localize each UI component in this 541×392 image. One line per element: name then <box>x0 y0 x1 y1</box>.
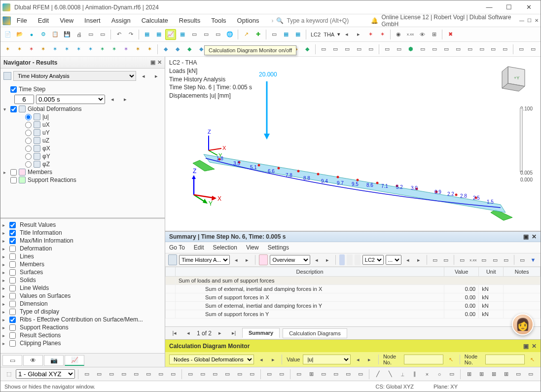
table-row[interactable]: Sum of external, inertial and damping fo… <box>166 302 541 310</box>
save-icon[interactable]: 💾 <box>62 29 72 40</box>
b13[interactable]: ▭ <box>234 369 245 380</box>
t2-33[interactable]: ▭ <box>394 44 404 55</box>
t2-39[interactable]: ▭ <box>465 44 475 55</box>
menu-edit[interactable]: Edit <box>33 15 54 26</box>
diag-node-input1[interactable] <box>404 355 443 364</box>
t2-13[interactable]: ✶ <box>144 44 155 55</box>
diagram-monitor-button[interactable]: 📈 <box>165 29 176 40</box>
b11[interactable]: ▭ <box>210 369 220 380</box>
b15[interactable]: ▭ <box>264 369 275 380</box>
timestep-node[interactable]: Time Step <box>3 85 162 93</box>
timestep-check[interactable] <box>10 86 17 93</box>
next1[interactable]: ▸ <box>243 254 252 265</box>
lower-check-9[interactable] <box>9 293 16 299</box>
next3[interactable]: ▸ <box>414 254 423 265</box>
lower-check-14[interactable] <box>9 332 16 339</box>
dock-icon[interactable]: ▣ <box>150 59 155 66</box>
grid2-icon[interactable]: ⊞ <box>429 29 439 40</box>
star2-icon[interactable]: ✶ <box>377 29 388 40</box>
loadcase-combo[interactable]: LC2 THA ▾ <box>309 31 340 37</box>
t2-41[interactable]: ▭ <box>488 44 499 55</box>
d-next2[interactable]: ▸ <box>365 354 374 365</box>
b27[interactable]: × <box>422 369 433 380</box>
t2-32[interactable]: ▭ <box>382 44 393 55</box>
st3[interactable]: ▭ <box>458 254 467 265</box>
lower-check-10[interactable] <box>9 301 16 307</box>
timestep-no-input[interactable] <box>14 95 34 104</box>
prev1[interactable]: ◂ <box>232 254 241 265</box>
def-item-0[interactable]: |u| <box>3 113 162 121</box>
nav-tab-3[interactable]: 📷 <box>44 355 64 366</box>
t2-34[interactable]: ⬢ <box>405 44 416 55</box>
col-val[interactable]: Value <box>444 267 479 277</box>
timestep-val-combo[interactable]: 0.005 s <box>36 95 105 104</box>
b33[interactable]: ⊞ <box>501 369 511 380</box>
t2-43[interactable]: ▭ <box>516 44 527 55</box>
menu-calculate[interactable]: Calculate <box>137 15 173 26</box>
t2-35[interactable]: ▭ <box>417 44 428 55</box>
t2-3[interactable]: ✶ <box>26 44 37 55</box>
notify-icon[interactable]: 🔔 <box>371 17 378 24</box>
disp-icon[interactable]: ◉ <box>393 29 404 40</box>
diag-close-icon[interactable]: ✕ <box>532 343 537 350</box>
search-input[interactable] <box>287 17 365 24</box>
b3[interactable]: ▭ <box>106 369 117 380</box>
def-item-2[interactable]: uY <box>3 129 162 137</box>
chevron-down-icon[interactable]: ▾ <box>337 31 340 37</box>
t2-27[interactable]: ▭ <box>318 44 329 55</box>
b4[interactable]: ▭ <box>118 369 129 380</box>
lower-check-7[interactable] <box>9 277 16 284</box>
gear-icon[interactable]: ⚙ <box>38 29 49 40</box>
d-pick1[interactable]: ↖ <box>446 354 455 365</box>
lower-item-5[interactable]: ▸Members <box>2 260 163 268</box>
b2[interactable]: ▭ <box>94 369 105 380</box>
nav-tab-4[interactable]: 📈 <box>65 355 84 366</box>
b30[interactable]: ⊞ <box>464 369 474 380</box>
t2-9[interactable]: ✶ <box>97 44 108 55</box>
script-icon[interactable]: ▭ <box>189 29 200 40</box>
ts-next[interactable]: ▸ <box>120 94 131 105</box>
members-check[interactable] <box>10 169 17 176</box>
open-icon[interactable]: 📂 <box>14 29 25 40</box>
next2[interactable]: ▸ <box>323 254 332 265</box>
globe-icon[interactable]: 🌐 <box>224 29 235 40</box>
mdi-close[interactable]: ✕ <box>535 18 539 23</box>
t2-16[interactable]: ◆ <box>184 44 195 55</box>
d-next1[interactable]: ▸ <box>269 354 278 365</box>
t2-42[interactable]: ▭ <box>500 44 510 55</box>
table3-icon[interactable]: ▦ <box>177 29 188 40</box>
t2-44[interactable]: ▭ <box>528 44 539 55</box>
st6[interactable]: ▭ <box>491 254 500 265</box>
b35[interactable]: ▭ <box>525 369 536 380</box>
lower-check-6[interactable] <box>9 269 16 276</box>
t2-14[interactable]: ◆ <box>160 44 171 55</box>
sm-edit[interactable]: Edit <box>194 244 204 251</box>
lower-item-10[interactable]: ▸Dimension <box>2 300 163 308</box>
ts-prev[interactable]: ◂ <box>107 94 118 105</box>
def-item-3[interactable]: uZ <box>3 137 162 144</box>
t2-37[interactable]: ▭ <box>441 44 452 55</box>
analysis-type-combo[interactable]: Time History Analysis <box>13 71 136 81</box>
b7[interactable]: ▭ <box>155 369 166 380</box>
sm-settings[interactable]: Settings <box>268 244 289 251</box>
diag-val-combo[interactable]: |u| <box>303 355 350 364</box>
b16[interactable]: ▭ <box>276 369 287 380</box>
lower-check-2[interactable] <box>9 238 16 244</box>
layer-icon[interactable]: ▭ <box>269 29 280 40</box>
lower-item-6[interactable]: ▸Surfaces <box>2 268 163 276</box>
menu-results[interactable]: Results <box>174 15 205 26</box>
col-notes[interactable]: Notes <box>504 267 541 277</box>
def-item-5[interactable]: φY <box>3 152 162 160</box>
t2-11[interactable]: ✶ <box>120 44 131 55</box>
cs-combo[interactable]: 1 - Global XYZ <box>16 369 75 379</box>
new-icon[interactable]: 📄 <box>2 29 13 40</box>
summary-dock-icon[interactable]: ▣ <box>523 233 529 240</box>
st4[interactable]: x.xx <box>469 254 477 265</box>
d-pick2[interactable]: ↖ <box>528 354 537 365</box>
minimize-button[interactable]: — <box>479 0 499 14</box>
filter-icon[interactable]: ▼ <box>529 254 538 265</box>
b20[interactable]: ▭ <box>330 369 341 380</box>
t2-2[interactable]: ✶ <box>14 44 25 55</box>
menu-view[interactable]: View <box>55 15 78 26</box>
menu-tools[interactable]: Tools <box>206 15 231 26</box>
